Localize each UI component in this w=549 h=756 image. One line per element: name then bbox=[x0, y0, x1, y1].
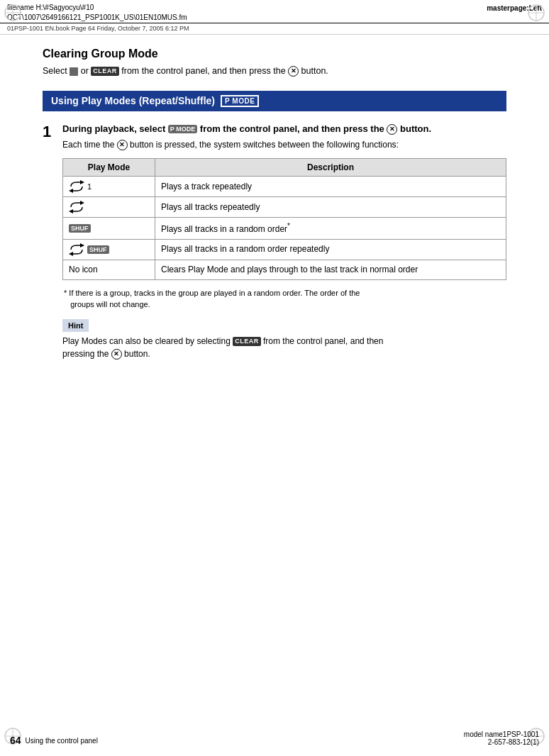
svg-marker-10 bbox=[80, 243, 84, 248]
step-heading: During playback, select P MODE from the … bbox=[62, 123, 506, 135]
footnote: * If there is a group, tracks in the gro… bbox=[62, 287, 506, 311]
repeat-shuf-icon bbox=[69, 243, 84, 256]
table-cell-icon-5: No icon bbox=[63, 260, 155, 279]
table-cell-desc-1: Plays a track repeatedly bbox=[155, 176, 506, 196]
table-cell-icon-3: SHUF bbox=[63, 217, 155, 239]
hint-label: Hint bbox=[62, 319, 89, 332]
path-line: OCT\1007\2649166121_PSP1001K_US\01EN10MU… bbox=[7, 13, 187, 23]
step-1-container: 1 During playback, select P MODE from th… bbox=[43, 123, 506, 360]
header-left: filename H:\#Sagyocyu\#10 OCT\1007\26491… bbox=[7, 3, 187, 23]
svg-marker-6 bbox=[80, 180, 84, 184]
table-row: Plays all tracks repeatedly bbox=[63, 196, 506, 217]
top-left-crosshair bbox=[3, 3, 23, 23]
step-number: 1 bbox=[43, 124, 51, 140]
section-intro: Select or CLEAR from the control panel, … bbox=[43, 65, 506, 78]
intro-button-text: button. bbox=[299, 66, 328, 76]
x-btn-subtext: ✕ bbox=[117, 140, 128, 150]
svg-marker-9 bbox=[69, 209, 73, 213]
intro-or-text: or bbox=[78, 66, 91, 76]
x-btn-hint: ✕ bbox=[111, 349, 122, 360]
x-btn-step: ✕ bbox=[387, 124, 397, 135]
table-row: No icon Clears Play Mode and plays throu… bbox=[63, 260, 506, 279]
header-bar: filename H:\#Sagyocyu\#10 OCT\1007\26491… bbox=[0, 0, 549, 23]
footer: 64 Using the control panel model name1PS… bbox=[0, 730, 549, 746]
product-code: 2-657-883-12(1) bbox=[464, 738, 539, 746]
table-cell-icon-4: SHUF bbox=[63, 239, 155, 260]
shuf-icon: SHUF bbox=[69, 224, 91, 233]
svg-marker-8 bbox=[80, 201, 84, 205]
page-number: 64 bbox=[10, 735, 21, 746]
select-icon bbox=[70, 67, 78, 76]
table-row: 1 Plays a track repeatedly bbox=[63, 176, 506, 196]
blue-banner: Using Play Modes (Repeat/Shuffle) P MODE bbox=[43, 91, 506, 111]
top-right-crosshair bbox=[526, 3, 546, 23]
clear-badge-intro: CLEAR bbox=[91, 67, 119, 77]
filename-line: filename H:\#Sagyocyu\#10 bbox=[7, 3, 187, 13]
table-header-description: Description bbox=[155, 158, 506, 176]
table-cell-icon-1: 1 bbox=[63, 176, 155, 196]
table-cell-icon-2 bbox=[63, 196, 155, 217]
page-label: Using the control panel bbox=[26, 737, 98, 745]
table-header-playmode: Play Mode bbox=[63, 158, 155, 176]
shuf-icon-2: SHUF bbox=[87, 245, 109, 254]
header-bookinfo: 01PSP-1001 EN.book Page 64 Friday, Octob… bbox=[0, 23, 549, 35]
table-row: SHUF Plays all tracks in a random order … bbox=[63, 239, 506, 260]
table-row: SHUF Plays all tracks in a random order* bbox=[63, 217, 506, 239]
repeat-one-icon bbox=[69, 180, 84, 193]
footer-right: model name1PSP-1001 2-657-883-12(1) bbox=[464, 730, 539, 746]
pmode-badge-banner: P MODE bbox=[221, 95, 259, 107]
footer-left: 64 Using the control panel bbox=[10, 735, 98, 746]
clear-badge-hint: CLEAR bbox=[233, 337, 261, 347]
svg-marker-7 bbox=[69, 189, 73, 193]
svg-marker-11 bbox=[69, 252, 73, 256]
section-title: Clearing Group Mode bbox=[43, 48, 506, 60]
hint-text: Play Modes can also be cleared by select… bbox=[62, 335, 506, 360]
step-subtext: Each time the ✕ button is pressed, the s… bbox=[62, 138, 506, 151]
model-name: model name1PSP-1001 bbox=[464, 730, 539, 738]
blue-banner-text: Using Play Modes (Repeat/Shuffle) bbox=[51, 95, 215, 106]
pmode-badge-step: P MODE bbox=[168, 125, 197, 133]
x-button-intro: ✕ bbox=[288, 66, 299, 77]
intro-rest-text: from the control panel, and then press t… bbox=[119, 66, 288, 76]
table-cell-desc-2: Plays all tracks repeatedly bbox=[155, 196, 506, 217]
main-content: Clearing Group Mode Select or CLEAR from… bbox=[0, 35, 549, 383]
intro-select-text: Select bbox=[43, 66, 70, 76]
repeat-one-label: 1 bbox=[87, 182, 92, 191]
step-content: During playback, select P MODE from the … bbox=[62, 123, 506, 360]
table-cell-desc-5: Clears Play Mode and plays through to th… bbox=[155, 260, 506, 279]
table-cell-desc-3: Plays all tracks in a random order* bbox=[155, 217, 506, 239]
repeat-all-icon bbox=[69, 201, 84, 213]
table-cell-desc-4: Plays all tracks in a random order repea… bbox=[155, 239, 506, 260]
hint-container: Hint Play Modes can also be cleared by s… bbox=[62, 319, 506, 360]
play-mode-table: Play Mode Description bbox=[62, 158, 506, 280]
